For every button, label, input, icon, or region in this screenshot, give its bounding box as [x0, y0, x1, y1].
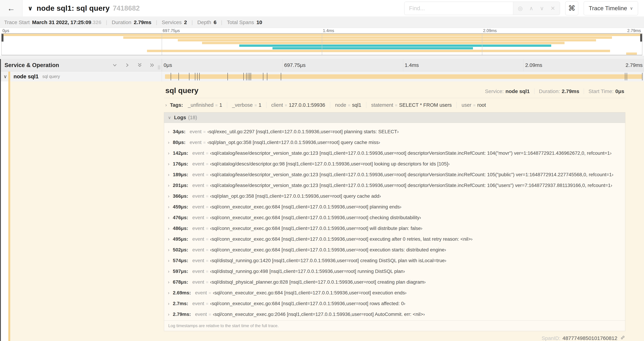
log-row[interactable]: ›189μs:event=‹sql/catalog/lease/descript… [164, 169, 625, 180]
stat-separator: | [221, 20, 222, 25]
minimap-left-handle[interactable] [2, 34, 4, 42]
log-field-value: ‹sql/conn_executor_exec.go:684 [nsql1,cl… [213, 290, 406, 296]
tag-key: user [462, 102, 471, 108]
logs-accordion: ∨ Logs (18) ›34μs:event=‹sql/exec_util.g… [164, 112, 625, 331]
chevron-right-icon: › [165, 102, 167, 108]
collapse-all-icon[interactable] [137, 63, 142, 68]
trace-view-selector[interactable]: Trace Timeline ∨ [584, 1, 638, 16]
equals-sign: = [208, 290, 211, 295]
tag-item[interactable]: _verbose=1 [232, 102, 261, 108]
equals-sign: = [208, 312, 211, 317]
log-row[interactable]: ›366μs:event=‹sql/plan_opt.go:358 [nsql1… [164, 191, 625, 201]
expand-one-icon[interactable] [125, 63, 130, 68]
chevron-right-icon: › [168, 172, 169, 177]
collapse-trace-chevron-icon[interactable]: ∨ [28, 5, 33, 12]
equals-sign: = [206, 215, 208, 220]
equals-sign: = [206, 269, 208, 274]
log-row[interactable]: ›459μs:event=‹sql/conn_executor_exec.go:… [164, 201, 625, 212]
log-field-key: event [192, 258, 204, 263]
log-timestamp: 34μs: [173, 129, 186, 134]
tag-item[interactable]: client=127.0.0.1:59936 [271, 102, 325, 108]
deep-link-icon[interactable] [620, 335, 625, 341]
log-field-key: event [192, 150, 204, 156]
detail-row-gutter [1, 82, 8, 341]
log-row[interactable]: ›34μs:event=‹sql/exec_util.go:2297 [nsql… [164, 126, 625, 137]
tag-item[interactable]: node=sql1 [335, 102, 361, 108]
expand-all-icon[interactable] [150, 63, 155, 68]
log-timestamp: 201μs: [173, 183, 188, 188]
prev-match-icon[interactable]: ∧ [529, 5, 533, 12]
span-row[interactable]: ∨ node sql1 sql query [0, 72, 644, 82]
find-input[interactable] [404, 2, 513, 15]
log-field-key: event [192, 247, 204, 253]
trace-header: ← ∨ node sql1: sql query 7418682 ◎ ∧ ∨ ✕… [0, 0, 644, 17]
minimap-span-bar [147, 50, 610, 52]
tag-key: _verbose [232, 102, 252, 108]
back-button[interactable]: ← [0, 0, 22, 17]
log-row[interactable]: ›80μs:event=‹sql/plan_opt.go:358 [nsql1,… [164, 137, 625, 148]
column-resizer-grip[interactable] [158, 65, 160, 70]
minimap-span-bar [239, 45, 551, 47]
find-buttons: ◎ ∧ ∨ ✕ [513, 2, 560, 15]
log-row[interactable]: ›2.79ms:event=‹sql/conn_executor_exec.go… [164, 309, 625, 320]
log-tick [250, 73, 250, 80]
log-field-key: event [192, 215, 204, 220]
log-timestamp: 476μs: [173, 215, 188, 220]
log-tick [642, 73, 642, 80]
log-row[interactable]: ›502μs:event=‹sql/conn_executor_exec.go:… [164, 244, 625, 255]
log-field-value: ‹sql/conn_executor_exec.go:684 [nsql1,cl… [210, 226, 422, 231]
log-row[interactable]: ›495μs:event=‹sql/conn_executor_exec.go:… [164, 234, 625, 244]
minimap-span-bar [123, 36, 612, 39]
next-match-icon[interactable]: ∨ [540, 5, 544, 12]
log-field-key: event [195, 311, 207, 317]
log-timestamp: 189μs: [173, 172, 188, 177]
span-operation-title: sql query [165, 86, 198, 95]
log-field-value: ‹sql/catalog/descs/descriptor.go:98 [nsq… [210, 161, 450, 167]
minimap[interactable] [2, 33, 642, 55]
minimap-axis: 0μs697.75μs1.4ms2.09ms2.79ms [2, 28, 642, 33]
minimap-gridline [322, 34, 322, 55]
log-tick [248, 73, 248, 80]
stat-item: Trace StartMarch 31 2022, 17:25:09.326 [4, 20, 102, 25]
log-row[interactable]: ›574μs:event=‹sql/distsql_running.go:142… [164, 255, 625, 266]
log-row[interactable]: ›678μs:event=‹sql/distsql_physical_plann… [164, 277, 625, 287]
tick-label: 0μs [162, 59, 172, 71]
tag-value: 1 [219, 102, 222, 108]
collapse-one-icon[interactable] [112, 63, 117, 68]
log-tick [251, 73, 251, 80]
log-field-key: event [190, 140, 202, 145]
tag-item[interactable]: _unfinished=1 [188, 102, 222, 108]
stat-separator: | [192, 20, 193, 25]
log-row[interactable]: ›176μs:event=‹sql/catalog/descs/descript… [164, 159, 625, 169]
minimap-gridline [482, 34, 482, 55]
log-timestamp: 495μs: [173, 236, 188, 242]
span-detail-header: sql query Service:node sql1 Duration:2.7… [164, 84, 625, 95]
minimap-gridline [162, 34, 162, 55]
logs-header[interactable]: ∨ Logs (18) [164, 112, 625, 123]
focus-match-icon[interactable]: ◎ [518, 5, 523, 12]
log-timestamp: 2.79ms: [173, 311, 191, 317]
chevron-right-icon: › [168, 237, 169, 242]
log-row[interactable]: ›142μs:event=‹sql/catalog/lease/descript… [164, 148, 625, 159]
log-row[interactable]: ›2.7ms:event=‹sql/conn_executor_exec.go:… [164, 298, 625, 309]
log-row[interactable]: ›2.69ms:event=‹sql/conn_executor_exec.go… [164, 287, 625, 298]
equals-sign: = [215, 103, 218, 108]
log-field-key: event [192, 301, 204, 306]
expand-collapse-controls [112, 63, 155, 68]
log-field-key: event [192, 161, 204, 167]
tag-item[interactable]: user=root [462, 102, 486, 108]
stat-value: 2 [184, 20, 187, 25]
log-row[interactable]: ›201μs:event=‹sql/catalog/lease/descript… [164, 180, 625, 191]
span-bar[interactable] [165, 74, 642, 79]
equals-sign: = [206, 226, 208, 231]
log-row[interactable]: ›476μs:event=‹sql/conn_executor_exec.go:… [164, 212, 625, 223]
chevron-right-icon: › [168, 301, 169, 306]
log-row[interactable]: ›486μs:event=‹sql/conn_executor_exec.go:… [164, 223, 625, 234]
log-row[interactable]: ›597μs:event=‹sql/distsql_running.go:498… [164, 266, 625, 277]
minimap-right-handle[interactable] [640, 34, 642, 42]
clear-find-icon[interactable]: ✕ [550, 5, 555, 12]
tags-accordion[interactable]: › Tags: _unfinished=1_verbose=1client=12… [164, 98, 625, 111]
view-selector-label: Trace Timeline [589, 5, 627, 12]
keyboard-shortcuts-button[interactable]: ⌘ [565, 1, 578, 16]
tag-item[interactable]: statement=SELECT * FROM users [371, 102, 452, 108]
